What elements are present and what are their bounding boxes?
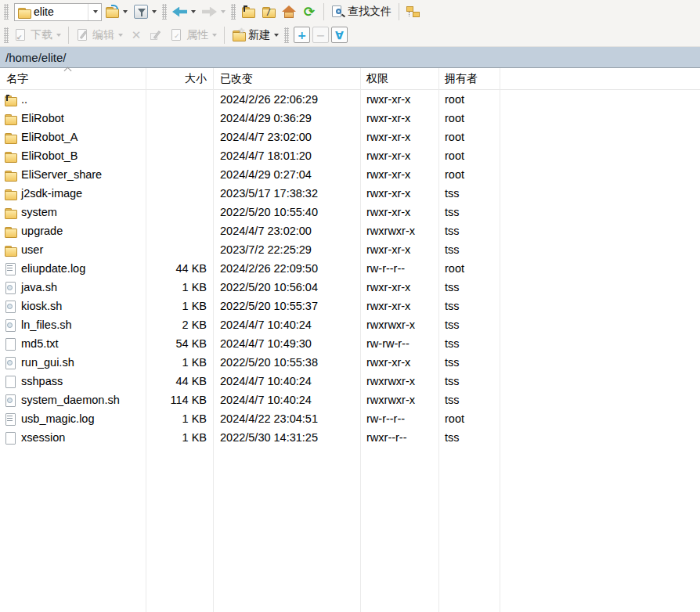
table-row[interactable]: EliServer_share 2024/4/29 0:27:04 rwxr-x…	[0, 165, 700, 184]
refresh-button[interactable]: ⟳	[299, 3, 319, 20]
parent-directory-button[interactable]	[238, 3, 258, 20]
path-bar[interactable]: /home/elite/	[0, 47, 700, 68]
table-row[interactable]: user 2023/7/2 22:25:29 rwxr-xr-x tss	[0, 240, 700, 259]
filter-icon	[134, 5, 148, 19]
file-rights: rwxr-xr-x	[360, 356, 438, 369]
column-divider[interactable]	[438, 68, 439, 612]
column-header-size[interactable]: 大小	[146, 69, 213, 89]
folder-icon	[4, 112, 17, 125]
download-icon: ↙	[14, 28, 28, 42]
file-name: md5.txt	[21, 337, 59, 350]
root-folder-icon: /	[262, 5, 276, 19]
file-changed: 2023/5/17 17:38:32	[213, 187, 360, 200]
file-log-icon	[4, 262, 17, 275]
table-row[interactable]: EliRobot_B 2024/4/7 18:01:20 rwxr-xr-x r…	[0, 146, 700, 165]
file-changed: 2024/4/7 23:02:00	[213, 131, 360, 143]
file-size: 1 KB	[146, 281, 213, 293]
properties-button[interactable]: ✓ 属性	[167, 27, 220, 44]
column-header-rights[interactable]: 权限	[360, 69, 438, 89]
file-rights: rwxr-xr-x	[360, 206, 438, 218]
file-name: ..	[21, 93, 27, 106]
file-rights: rw-r--r--	[360, 262, 438, 275]
file-rights: rwxrwxr-x	[360, 394, 438, 406]
table-row[interactable]: system_daemon.sh 114 KB 2024/4/7 10:40:2…	[0, 391, 700, 409]
session-dropdown-button[interactable]	[88, 4, 101, 20]
forward-button[interactable]	[199, 5, 229, 19]
current-path: /home/elite/	[5, 51, 67, 64]
table-row[interactable]: EliRobot 2024/4/29 0:36:29 rwxr-xr-x roo…	[0, 109, 700, 128]
rename-button[interactable]	[146, 27, 167, 44]
table-row[interactable]: java.sh 1 KB 2022/5/20 10:56:04 rwxr-xr-…	[0, 278, 700, 297]
file-rights: rwxr-xr-x	[360, 149, 438, 162]
column-divider[interactable]	[500, 68, 500, 612]
edit-button[interactable]: 编辑	[73, 27, 126, 44]
table-row[interactable]: sshpass 44 KB 2024/4/7 10:40:24 rwxrwxr-…	[0, 372, 700, 391]
folder-icon	[4, 187, 17, 200]
table-row[interactable]: run_gui.sh 1 KB 2022/5/20 10:55:38 rwxr-…	[0, 353, 700, 372]
find-files-icon	[331, 5, 345, 19]
download-button[interactable]: ↙ 下载	[11, 27, 64, 44]
toolbar-grip[interactable]	[4, 27, 9, 43]
column-divider[interactable]	[213, 68, 214, 612]
column-header-name[interactable]: 名字	[0, 69, 146, 89]
table-row[interactable]: kiosk.sh 1 KB 2022/5/20 10:55:37 rwxr-xr…	[0, 297, 700, 315]
file-size: 54 KB	[146, 337, 213, 350]
file-changed: 2024/4/22 23:04:51	[213, 412, 360, 425]
file-size: 44 KB	[146, 262, 213, 275]
column-header-changed[interactable]: 已改变	[213, 69, 360, 89]
home-directory-button[interactable]	[279, 3, 299, 20]
remove-bookmark-button[interactable]: −	[312, 27, 329, 43]
column-header-owner[interactable]: 拥有者	[438, 69, 500, 89]
file-name: j2sdk-image	[21, 187, 82, 200]
file-name: sshpass	[21, 375, 63, 387]
synchronize-browsing-button[interactable]	[403, 3, 424, 20]
column-divider[interactable]	[360, 68, 361, 612]
table-row[interactable]: eliupdate.log 44 KB 2024/2/26 22:09:50 r…	[0, 259, 700, 278]
chevron-down-icon	[56, 34, 61, 37]
table-row[interactable]: ln_files.sh 2 KB 2024/4/7 10:40:24 rwxrw…	[0, 315, 700, 334]
table-row[interactable]: md5.txt 54 KB 2024/4/7 10:49:30 rw-rw-r-…	[0, 334, 700, 353]
table-row[interactable]: usb_magic.log 1 KB 2024/4/22 23:04:51 rw…	[0, 409, 700, 428]
table-row[interactable]: upgrade 2024/4/7 23:02:00 rwxrwxr-x tss	[0, 221, 700, 240]
delete-button[interactable]: ✕	[126, 27, 146, 44]
table-row[interactable]: EliRobot_A 2024/4/7 23:02:00 rwxr-xr-x r…	[0, 128, 700, 146]
table-row[interactable]: .. 2024/2/26 22:06:29 rwxr-xr-x root	[0, 90, 700, 109]
column-divider[interactable]	[146, 68, 146, 612]
table-row[interactable]: j2sdk-image 2023/5/17 17:38:32 rwxr-xr-x…	[0, 184, 700, 203]
forward-arrow-icon	[202, 7, 217, 17]
chevron-down-icon	[93, 10, 98, 13]
session-selector[interactable]: elite	[14, 3, 102, 21]
table-row[interactable]: xsession 1 KB 2022/5/30 14:31:25 rwxr--r…	[0, 428, 700, 447]
file-rights: rwxr-xr-x	[360, 168, 438, 181]
toolbar-grip[interactable]	[284, 27, 289, 43]
open-directory-button[interactable]	[102, 3, 131, 20]
filter-toggle-button[interactable]: ∀	[331, 27, 348, 43]
back-button[interactable]	[169, 5, 199, 19]
file-name: usb_magic.log	[21, 412, 95, 425]
chevron-down-icon	[274, 34, 279, 37]
file-script-icon	[4, 319, 17, 332]
new-button[interactable]: ☆ 新建	[229, 27, 282, 44]
toolbar-grip[interactable]	[231, 4, 236, 20]
toolbar-separator	[224, 27, 225, 44]
file-name: run_gui.sh	[21, 356, 74, 369]
file-name: xsession	[21, 431, 65, 444]
chevron-down-icon	[191, 10, 196, 13]
add-bookmark-button[interactable]: +	[294, 27, 310, 43]
toolbar-grip[interactable]	[4, 4, 9, 20]
chevron-down-icon	[152, 10, 157, 13]
delete-x-icon: ✕	[129, 28, 143, 42]
file-icon	[4, 431, 17, 445]
toolbar-grip[interactable]	[162, 4, 167, 20]
file-changed: 2024/4/7 10:40:24	[213, 375, 360, 387]
root-directory-button[interactable]: /	[258, 3, 279, 20]
filter-button[interactable]	[131, 3, 160, 20]
file-script-icon	[4, 281, 17, 294]
file-changed: 2022/5/20 10:55:40	[213, 206, 360, 218]
command-toolbar: ↙ 下载 编辑 ✕ ✓ 属性 ☆ 新建 + − ∀	[0, 23, 700, 47]
table-row[interactable]: system 2022/5/20 10:55:40 rwxr-xr-x tss	[0, 203, 700, 221]
file-changed: 2024/2/26 22:06:29	[213, 93, 360, 106]
find-files-button[interactable]: 查找文件	[328, 3, 395, 20]
file-owner: tss	[438, 375, 500, 387]
file-size: 1 KB	[146, 300, 213, 312]
